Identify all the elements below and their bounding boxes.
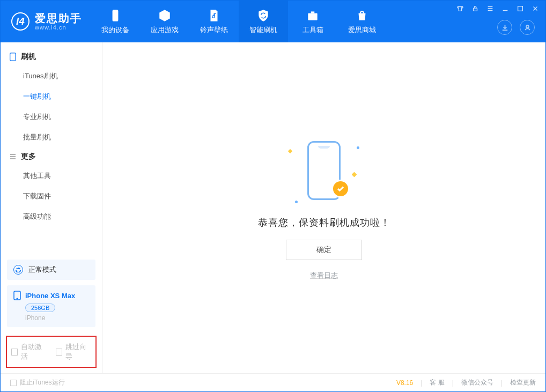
download-button[interactable] <box>497 20 512 35</box>
footer-right: V8.16 | 客 服 | 微信公众号 | 检查更新 <box>396 378 536 387</box>
separator: | <box>501 379 503 387</box>
sidebar-item-other-tools[interactable]: 其他工具 <box>1 166 102 186</box>
sparkle-icon <box>288 149 292 153</box>
body: 刷机 iTunes刷机 一键刷机 专业刷机 批量刷机 更多 其他工具 下载固件 … <box>1 42 545 373</box>
dot-icon <box>357 146 359 149</box>
tab-label: 爱思商城 <box>348 25 376 35</box>
svg-rect-6 <box>10 53 16 61</box>
success-message: 恭喜您，保资料刷机成功啦！ <box>258 216 390 229</box>
phone-icon <box>108 9 122 23</box>
sparkle-icon <box>352 172 357 177</box>
svg-rect-1 <box>518 6 523 11</box>
tab-my-device[interactable]: 我的设备 <box>91 1 140 42</box>
logo-text: 爱思助手 www.i4.cn <box>35 13 82 31</box>
tab-toolbox[interactable]: 工具箱 <box>288 1 337 42</box>
logo: i4 爱思助手 www.i4.cn <box>1 1 91 42</box>
app-url: www.i4.cn <box>35 24 82 31</box>
tab-label: 我的设备 <box>101 25 129 35</box>
separator: | <box>420 379 422 387</box>
view-log-link[interactable]: 查看日志 <box>310 271 338 280</box>
mode-icon <box>13 265 23 275</box>
footer: 阻止iTunes运行 V8.16 | 客 服 | 微信公众号 | 检查更新 <box>1 373 545 391</box>
tab-flash[interactable]: 智能刷机 <box>239 1 288 42</box>
checkbox-label: 自动激活 <box>21 342 47 361</box>
mode-panel[interactable]: 正常模式 <box>7 260 95 280</box>
device-type: iPhone <box>25 314 89 322</box>
checkbox-box-icon <box>11 349 18 356</box>
svg-rect-4 <box>311 11 315 13</box>
device-icon <box>13 291 21 300</box>
checkbox-label: 阻止iTunes运行 <box>20 378 65 387</box>
separator: | <box>452 379 454 387</box>
tab-label: 智能刷机 <box>249 25 277 35</box>
checkbox-skip-guide[interactable]: 跳过向导 <box>56 342 92 361</box>
checkbox-box-icon <box>10 380 17 386</box>
wechat-link[interactable]: 微信公众号 <box>461 378 493 387</box>
tab-label: 工具箱 <box>302 25 323 35</box>
sidebar-group-flash[interactable]: 刷机 <box>1 48 102 66</box>
tab-label: 铃声壁纸 <box>200 25 228 35</box>
group-label: 更多 <box>21 152 36 161</box>
refresh-shield-icon <box>256 9 270 23</box>
checkbox-auto-activate[interactable]: 自动激活 <box>11 342 47 361</box>
svg-rect-2 <box>113 10 119 21</box>
phone-outline-icon <box>9 53 17 61</box>
sidebar-item-oneclick-flash[interactable]: 一键刷机 <box>1 86 102 107</box>
app-name: 爱思助手 <box>35 13 82 24</box>
main-content: 恭喜您，保资料刷机成功啦！ 确定 查看日志 <box>102 42 545 373</box>
app-window: i4 爱思助手 www.i4.cn 我的设备 应用游戏 铃声壁纸 智能刷机 <box>0 0 546 392</box>
checkbox-label: 跳过向导 <box>65 342 91 361</box>
tab-store[interactable]: 爱思商城 <box>337 1 387 42</box>
device-capacity: 256GB <box>25 304 55 312</box>
logo-mark-icon: i4 <box>11 12 29 31</box>
sidebar-group-more[interactable]: 更多 <box>1 147 102 166</box>
checkbox-box-icon <box>56 349 62 356</box>
tab-label: 应用游戏 <box>151 25 179 35</box>
success-illustration <box>276 136 372 205</box>
check-badge-icon <box>331 180 350 198</box>
sidebar-scroll: 刷机 iTunes刷机 一键刷机 专业刷机 批量刷机 更多 其他工具 下载固件 … <box>1 42 102 254</box>
toolbox-icon <box>306 9 320 23</box>
group-label: 刷机 <box>21 52 36 62</box>
sidebar-item-download-firmware[interactable]: 下载固件 <box>1 186 102 206</box>
sidebar-item-advanced[interactable]: 高级功能 <box>1 206 102 227</box>
nav-tabs: 我的设备 应用游戏 铃声壁纸 智能刷机 工具箱 爱思商城 <box>91 1 387 42</box>
close-icon[interactable] <box>530 4 540 13</box>
tab-apps[interactable]: 应用游戏 <box>140 1 189 42</box>
check-update-link[interactable]: 检查更新 <box>510 378 536 387</box>
maximize-icon[interactable] <box>515 4 525 13</box>
titlebar-controls <box>455 4 540 13</box>
cube-icon <box>158 9 172 23</box>
svg-rect-0 <box>474 8 477 11</box>
ok-button[interactable]: 确定 <box>286 240 362 260</box>
music-file-icon <box>207 9 221 23</box>
svg-rect-3 <box>308 13 317 20</box>
header: i4 爱思助手 www.i4.cn 我的设备 应用游戏 铃声壁纸 智能刷机 <box>1 1 545 42</box>
version-label: V8.16 <box>396 379 413 387</box>
device-panel[interactable]: iPhone XS Max 256GB iPhone <box>7 285 95 327</box>
sidebar-item-pro-flash[interactable]: 专业刷机 <box>1 107 102 127</box>
device-name: iPhone XS Max <box>25 292 75 300</box>
sidebar-item-itunes-flash[interactable]: iTunes刷机 <box>1 66 102 86</box>
bag-icon <box>355 9 369 23</box>
lock-icon[interactable] <box>470 4 480 13</box>
options-highlight-box: 自动激活 跳过向导 <box>6 336 97 368</box>
customer-service-link[interactable]: 客 服 <box>430 378 444 387</box>
list-icon <box>9 152 17 161</box>
tab-ringtone[interactable]: 铃声壁纸 <box>189 1 239 42</box>
svg-point-5 <box>526 25 529 28</box>
svg-point-8 <box>17 298 18 299</box>
sidebar-item-batch-flash[interactable]: 批量刷机 <box>1 127 102 147</box>
menu-icon[interactable] <box>485 4 495 13</box>
account-button[interactable] <box>520 20 535 35</box>
dot-icon <box>295 201 298 203</box>
sidebar: 刷机 iTunes刷机 一键刷机 专业刷机 批量刷机 更多 其他工具 下载固件 … <box>1 42 102 373</box>
checkbox-block-itunes[interactable]: 阻止iTunes运行 <box>10 378 65 387</box>
mode-label: 正常模式 <box>28 265 56 275</box>
tshirt-icon[interactable] <box>455 4 465 13</box>
minimize-icon[interactable] <box>500 4 510 13</box>
